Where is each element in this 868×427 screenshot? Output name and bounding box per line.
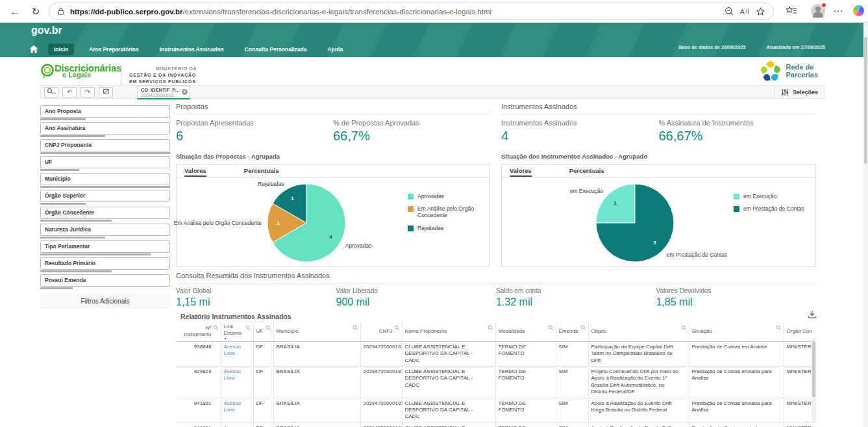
- legend-item-aprovadas[interactable]: Aprovadas: [408, 193, 484, 200]
- legend-swatch: [734, 206, 739, 212]
- instrumentos-pie-card: ValoresPercentuais1em Execução3em Presta…: [501, 164, 816, 266]
- filter-sidebar: Ano PropostaAno AssinaturaCNPJ Proponent…: [40, 105, 170, 309]
- nav-item-instrumentos-assinados[interactable]: Instrumentos Assinados: [154, 44, 230, 55]
- legend-swatch: [408, 226, 414, 231]
- kpi-saldo-em-conta: Saldo em conta1.32 mil: [496, 287, 656, 308]
- smart-search-icon[interactable]: ▾: [44, 87, 58, 97]
- legend-item-rejeitadas[interactable]: Rejeitadas: [408, 225, 484, 231]
- search-icon[interactable]: [488, 325, 493, 331]
- selection-chip[interactable]: CD_IDENTIF_P... 20294720000191 ✕: [137, 86, 190, 99]
- filter-possui-emenda[interactable]: Possui Emenda: [40, 274, 170, 289]
- column-header-emenda[interactable]: Emenda: [556, 322, 588, 341]
- table-row: 941891Acesso LivreDFBRASÍLIA202947200001…: [176, 398, 816, 422]
- table-cell: 20294720000191: [360, 341, 402, 366]
- column-header-uf[interactable]: UF: [253, 322, 273, 341]
- tab-percentuais[interactable]: Percentuais: [244, 164, 279, 177]
- nav-item-início[interactable]: Início: [48, 44, 74, 55]
- column-header-objeto[interactable]: Objeto: [588, 322, 689, 341]
- filter-ano-assinatura[interactable]: Ano Assinatura: [40, 122, 170, 137]
- favorite-star-icon[interactable]: [752, 5, 768, 19]
- selections-button[interactable]: Seleções: [775, 86, 824, 98]
- external-link[interactable]: Acesso Livre: [221, 398, 253, 422]
- copilot-icon[interactable]: [853, 5, 864, 16]
- filter-scroll-indicator: [40, 287, 73, 289]
- external-link[interactable]: Acesso Livre: [221, 366, 253, 398]
- filter-natureza-jurídica[interactable]: Natureza Jurídica: [40, 224, 170, 239]
- step-back-icon[interactable]: ↶: [62, 87, 77, 97]
- page-scrollbar[interactable]: [863, 23, 868, 427]
- column-header-n-instrumento[interactable]: Nº Instrumento: [176, 322, 221, 341]
- kpi-valor-global: Valor Global1,15 mi: [176, 287, 336, 308]
- filter-órgão-superior[interactable]: Órgão Superior: [40, 190, 170, 205]
- table-cell: 20294720000191: [360, 422, 402, 427]
- step-forward-icon[interactable]: ↷: [81, 87, 95, 97]
- tab-valores[interactable]: Valores: [510, 164, 532, 177]
- refresh-icon[interactable]: ↻: [29, 5, 43, 19]
- search-icon[interactable]: [266, 325, 271, 331]
- chart-legend: AprovadasEm Análise pelo Órgão Concedent…: [408, 193, 484, 237]
- column-header-modalidade[interactable]: Modalidade: [495, 322, 556, 341]
- filter-scroll-indicator: [40, 253, 151, 255]
- legend-item-em-análise-pelo-órgão-concedente[interactable]: Em Análise pelo Órgão Concedente: [408, 205, 484, 218]
- home-icon[interactable]: [29, 44, 39, 55]
- app-logo-icon: [40, 63, 56, 79]
- table-cell: DF: [253, 341, 273, 366]
- pie-value-label: 1: [614, 200, 617, 206]
- govbr-logo[interactable]: gov.br: [31, 25, 62, 36]
- tab-valores[interactable]: Valores: [184, 164, 206, 177]
- more-options-icon[interactable]: …: [833, 3, 844, 14]
- additional-filters-button[interactable]: Filtros Adicionais: [40, 294, 170, 309]
- search-icon[interactable]: [548, 325, 554, 331]
- table-cell: 941891: [176, 398, 221, 422]
- filter-órgão-concedente[interactable]: Órgão Concedente: [40, 207, 170, 222]
- tab-percentuais[interactable]: Percentuais: [569, 164, 604, 177]
- column-header-situação[interactable]: Situação: [689, 322, 784, 341]
- search-icon[interactable]: [353, 325, 358, 331]
- nav-item-atos-preparatórios[interactable]: Atos Preparatórios: [83, 44, 145, 55]
- search-icon[interactable]: [776, 325, 782, 331]
- profile-avatar[interactable]: [811, 4, 825, 18]
- external-link[interactable]: Acesso Livre: [221, 422, 253, 427]
- search-icon[interactable]: [681, 325, 687, 331]
- zoom-out-icon[interactable]: [721, 5, 737, 19]
- search-icon[interactable]: [213, 325, 219, 331]
- table-cell: CLUBE ASSISTENCIAL E DESPORTIVO DA CAPIT…: [402, 366, 495, 398]
- favorites-list-icon[interactable]: [784, 5, 799, 19]
- legend-swatch: [408, 206, 414, 212]
- table-cell: TERMO DE FOMENTO: [495, 341, 556, 366]
- legend-swatch: [408, 194, 414, 200]
- filter-uf[interactable]: UF: [40, 156, 170, 171]
- column-header-cnpj[interactable]: CNPJ: [360, 322, 402, 341]
- report-title: Relatório Instrumentos Assinados: [180, 313, 291, 320]
- column-header-nome-proponente[interactable]: Nome Proponente: [402, 322, 495, 341]
- clear-selections-icon[interactable]: [99, 87, 113, 97]
- filter-scroll-indicator: [40, 135, 105, 137]
- column-header-link-externo[interactable]: Link Externo▲: [221, 322, 253, 341]
- filter-scroll-indicator: [40, 169, 79, 171]
- search-icon[interactable]: [394, 325, 400, 331]
- filter-ano-proposta[interactable]: Ano Proposta: [40, 105, 170, 120]
- external-link[interactable]: Acesso Livre: [221, 341, 253, 366]
- table-cell: 929824: [176, 366, 221, 398]
- table-cell: Apoio à Realização do Evento Drift Kings…: [588, 422, 689, 427]
- back-icon[interactable]: ←: [8, 5, 22, 19]
- kpi-valores-devolvidos: Valores Devolvidos1,85 mil: [656, 287, 817, 308]
- address-bar[interactable]: https://dd-publico.serpro.gov.br/extensi…: [49, 3, 774, 20]
- filter-tipo-parlamentar[interactable]: Tipo Parlamentar: [40, 240, 170, 255]
- app-root: ← ↻ https://dd-publico.serpro.gov.br/ext…: [0, 0, 868, 427]
- table-cell: DF: [253, 398, 273, 422]
- filter-município[interactable]: Município: [40, 173, 170, 188]
- read-aloud-icon[interactable]: A: [737, 5, 752, 19]
- table-scrollbar[interactable]: [812, 339, 816, 423]
- filter-resultado-primário[interactable]: Resultado Primário: [40, 257, 170, 272]
- legend-item-em-execução[interactable]: em Execução: [734, 193, 810, 200]
- column-header-município[interactable]: Município: [273, 322, 360, 341]
- search-icon[interactable]: [245, 325, 251, 331]
- filter-cnpj-proponente[interactable]: CNPJ Proponente: [40, 139, 170, 154]
- search-icon[interactable]: [580, 325, 586, 331]
- legend-item-em-prestação-de-contas[interactable]: em Prestação de Contas: [734, 205, 810, 212]
- nav-item-ajuda[interactable]: Ajuda: [322, 44, 349, 55]
- download-icon[interactable]: [807, 309, 819, 321]
- chip-close-icon[interactable]: ✕: [182, 89, 188, 95]
- nav-item-consulta-personalizada[interactable]: Consulta Personalizada: [239, 44, 313, 55]
